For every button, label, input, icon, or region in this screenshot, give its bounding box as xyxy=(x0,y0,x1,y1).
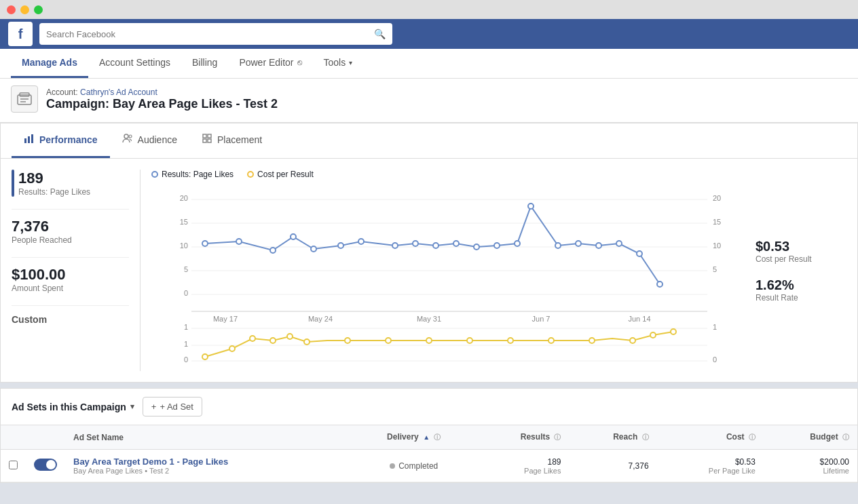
chart-area: Results: Page Likes Cost per Result xyxy=(141,170,745,371)
budget-info-icon[interactable]: ⓘ xyxy=(842,433,849,441)
results-stat: 189 Results: Page Likes xyxy=(12,170,129,197)
fb-logo[interactable]: f xyxy=(8,22,33,46)
delivery-info-icon[interactable]: ⓘ xyxy=(434,433,441,441)
svg-text:5: 5 xyxy=(184,265,188,273)
row-checkbox[interactable] xyxy=(9,461,18,469)
tab-performance-label: Performance xyxy=(39,134,98,145)
svg-text:20: 20 xyxy=(713,194,721,202)
svg-text:May 24: May 24 xyxy=(308,315,333,323)
row-reach-cell: 7,376 xyxy=(569,450,656,482)
svg-point-69 xyxy=(589,338,595,343)
svg-point-58 xyxy=(229,346,235,351)
reach-info-icon[interactable]: ⓘ xyxy=(642,433,649,441)
svg-point-41 xyxy=(338,243,343,248)
tab-audience-label: Audience xyxy=(138,134,177,145)
cost-per-result-label: Cost per Result xyxy=(756,254,846,264)
tab-performance[interactable]: Performance xyxy=(12,123,110,158)
search-icon: 🔍 xyxy=(374,28,386,39)
ad-set-name-link[interactable]: Bay Area Target Demo 1 - Page Likes xyxy=(73,457,228,467)
nav-item-billing[interactable]: Billing xyxy=(181,49,228,78)
breadcrumb-account-link[interactable]: Cathryn's Ad Account xyxy=(80,88,157,97)
result-rate-metric: 1.62% Result Rate xyxy=(756,277,846,303)
nav-item-power-editor[interactable]: Power Editor ⎋ xyxy=(228,49,312,78)
nav-item-tools[interactable]: Tools ▾ xyxy=(313,49,364,78)
col-budget: Budget ⓘ xyxy=(764,425,857,450)
svg-point-50 xyxy=(528,203,534,209)
svg-text:0: 0 xyxy=(184,289,188,297)
svg-point-65 xyxy=(426,338,432,343)
audience-tab-icon xyxy=(122,133,133,147)
svg-point-67 xyxy=(508,338,513,343)
row-budget-cell: $200.00 Lifetime xyxy=(764,450,857,482)
add-adset-button[interactable]: + + Ad Set xyxy=(143,397,202,416)
svg-text:15: 15 xyxy=(713,218,721,226)
svg-point-62 xyxy=(304,339,310,345)
budget-number: $200.00 xyxy=(772,457,849,467)
campaign-icon xyxy=(11,85,38,113)
placement-tab-icon xyxy=(202,133,212,147)
adsets-chevron-icon: ▾ xyxy=(130,402,134,411)
minimize-button[interactable] xyxy=(20,5,29,14)
cost-type-label: Per Page Like xyxy=(665,467,756,475)
svg-point-36 xyxy=(202,241,208,246)
results-value: 189 xyxy=(18,170,129,187)
svg-point-66 xyxy=(467,338,472,343)
search-input[interactable] xyxy=(46,29,369,39)
maximize-button[interactable] xyxy=(34,5,43,14)
legend-dot-blue xyxy=(151,171,158,178)
row-toggle[interactable] xyxy=(34,459,57,471)
svg-point-49 xyxy=(515,241,520,246)
svg-text:20: 20 xyxy=(180,194,188,202)
power-editor-icon: ⎋ xyxy=(297,58,302,67)
nav-item-account-settings[interactable]: Account Settings xyxy=(88,49,181,78)
tab-audience[interactable]: Audience xyxy=(110,123,189,158)
svg-point-70 xyxy=(630,338,635,343)
col-reach: Reach ⓘ xyxy=(569,425,656,450)
svg-point-48 xyxy=(494,243,500,248)
svg-text:1: 1 xyxy=(184,340,188,348)
tab-placement[interactable]: Placement xyxy=(189,123,274,158)
amount-spent-stat: $100.00 Amount Spent xyxy=(12,266,129,293)
col-delivery[interactable]: Delivery ▲ ⓘ xyxy=(354,425,473,450)
fb-logo-letter: f xyxy=(18,26,23,42)
svg-text:1: 1 xyxy=(184,323,188,331)
col-cost: Cost ⓘ xyxy=(657,425,764,450)
svg-text:1: 1 xyxy=(713,323,717,331)
search-bar[interactable]: 🔍 xyxy=(39,23,392,45)
cost-info-icon[interactable]: ⓘ xyxy=(749,433,756,441)
col-name: Ad Set Name xyxy=(65,425,354,450)
results-info-icon[interactable]: ⓘ xyxy=(554,433,561,441)
svg-rect-11 xyxy=(203,139,206,142)
svg-point-72 xyxy=(671,329,676,334)
svg-text:Jun 7: Jun 7 xyxy=(532,315,551,323)
row-delivery-cell: Completed xyxy=(354,450,473,482)
amount-spent-label: Amount Spent xyxy=(12,284,129,293)
results-type-label: Page Likes xyxy=(481,467,561,475)
row-checkbox-cell[interactable] xyxy=(1,450,26,482)
tools-chevron-icon: ▾ xyxy=(349,59,352,66)
col-checkbox xyxy=(1,425,26,450)
svg-text:10: 10 xyxy=(713,241,721,250)
adsets-title: Ad Sets in this Campaign ▾ xyxy=(12,402,134,412)
row-name-cell: Bay Area Target Demo 1 - Page Likes Bay … xyxy=(65,450,354,482)
svg-point-44 xyxy=(413,241,418,246)
svg-point-39 xyxy=(291,234,296,239)
svg-point-68 xyxy=(548,338,554,343)
legend-dot-yellow xyxy=(247,171,254,178)
row-toggle-cell[interactable] xyxy=(26,450,65,482)
perf-stats: 189 Results: Page Likes 7,376 People Rea… xyxy=(12,170,141,371)
svg-text:15: 15 xyxy=(180,218,188,226)
svg-rect-4 xyxy=(24,138,26,143)
svg-point-46 xyxy=(453,241,459,246)
nav-item-manage-ads[interactable]: Manage Ads xyxy=(11,49,88,78)
right-metrics: $0.53 Cost per Result 1.62% Result Rate xyxy=(745,170,846,371)
svg-point-38 xyxy=(270,248,276,253)
delivery-sort-icon: ▲ xyxy=(423,433,430,441)
svg-rect-9 xyxy=(203,134,206,138)
people-reached-label: People Reached xyxy=(12,235,129,245)
svg-point-60 xyxy=(270,338,276,343)
svg-point-42 xyxy=(358,239,364,244)
close-button[interactable] xyxy=(7,5,16,14)
svg-rect-5 xyxy=(28,136,30,143)
svg-text:May 31: May 31 xyxy=(417,315,441,323)
